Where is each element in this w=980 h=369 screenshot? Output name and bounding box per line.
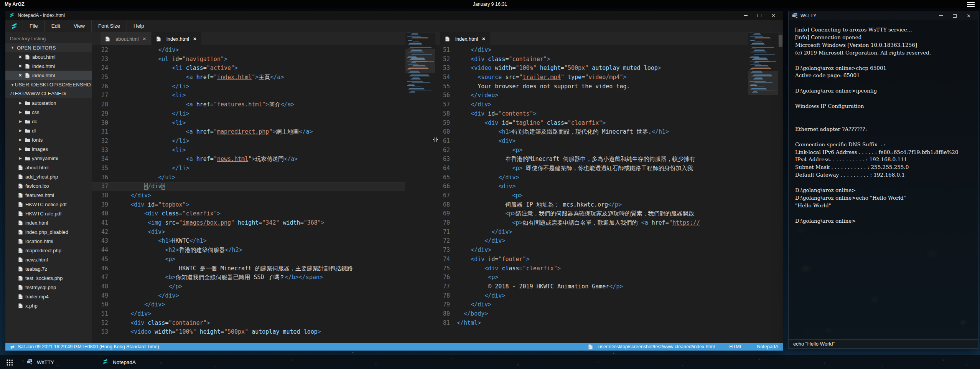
code-line[interactable]: 30 <li> [92,119,405,128]
code-line[interactable]: 53 <video width="100%" height="500px" au… [92,328,405,337]
terminal-output[interactable]: [info] Conencting to arozos WsTTY servic… [789,20,978,339]
code-line[interactable]: 28 <a href="features.html">簡介</a> [92,100,405,109]
minimize-icon[interactable] [939,15,943,16]
code-line[interactable]: 57 </div> [435,100,748,109]
code-line[interactable]: 76 <p> [435,273,748,282]
code-line[interactable]: 38 </div> [92,191,405,200]
code-line[interactable]: 70 <p>如有問題或需要申請白名單，歡迎加入我們的 <a href="http… [435,218,748,228]
app-launcher-grid-icon[interactable] [6,359,13,366]
code-line[interactable]: 39 <div id="topbox"> [92,200,405,210]
tab-about-html[interactable]: about.html ✕ [100,32,151,45]
tab-index-html-right[interactable]: index.html ✕ [440,32,490,45]
code-line[interactable]: 29 </li> [92,109,405,119]
code-line[interactable]: 34 <a href="news.html">玩家傳送門</a> [92,155,405,164]
tree-folder[interactable]: ▶ dl [5,126,92,135]
code-line[interactable]: 63 在香港的Minecraft 伺服器中，多為小遊戲和純生存的伺服器，較少擁有 [435,155,748,164]
code-line[interactable]: 62 <p> [435,146,748,155]
code-line[interactable]: 75 <div class="clearfix"> [435,264,748,273]
code-editor-left[interactable]: 22 </div>23 <ul id="navigation">24 <li c… [92,46,405,343]
code-line[interactable]: 54 <source src="trailer.mp4" type="video… [435,73,748,82]
wstty-titlebar[interactable]: WsTTY ✕ [789,11,978,20]
tree-folder[interactable]: ▶ css [5,108,92,117]
close-icon[interactable]: ✕ [18,73,25,78]
terminal-input[interactable]: echo "Hello World" [789,339,978,348]
open-editor-item[interactable]: ✕ about.html [5,52,92,61]
code-line[interactable]: 52 <div class="container"> [92,319,405,328]
code-line[interactable]: 36 </ul> [92,173,405,182]
code-line[interactable]: 74 <div id="footer"> [435,255,748,264]
tree-folder[interactable]: ▶ yamiyamimi [5,154,92,163]
menu-help[interactable]: Help [127,20,151,32]
code-line[interactable]: 47 <b>你知道我們全線伺服器已轉用 SSD 了嗎？</b></span> [92,273,405,282]
code-line[interactable]: 49 </div> [92,291,405,301]
code-line[interactable]: 65 </div> [435,173,748,182]
tree-root-header[interactable]: ▼ USER:/DESKTOP/SCREENSHOT /TEST/WWW CLE… [5,80,92,98]
tree-file[interactable]: index.php_disabled [5,227,92,237]
code-line[interactable]: 33 <li> [92,146,405,155]
tree-file[interactable]: trailer.mp4 [5,292,92,301]
code-line[interactable]: 77 © 2018 - 2019 HKWTC Animation Gamer</… [435,282,748,291]
tree-file[interactable]: favicon.ico [5,181,92,190]
close-icon[interactable]: ✕ [967,13,971,18]
tree-file[interactable]: features.html [5,190,92,200]
code-line[interactable]: 46 HKWTC 是一個 Minecraft 的建築伺服器，主要建築計劃包括鐵路 [92,264,405,273]
code-line[interactable]: 50 </div> [92,300,405,309]
tab-close-icon[interactable]: ✕ [143,36,146,41]
tree-file[interactable]: index.html [5,218,92,227]
tree-folder[interactable]: ▶ images [5,144,92,154]
maximize-icon[interactable] [953,14,957,18]
menu-edit[interactable]: Edit [45,20,67,32]
hamburger-menu-icon[interactable] [967,2,975,8]
code-line[interactable]: 79 </div> [435,300,748,309]
code-line[interactable]: 78 </div> [435,291,748,301]
taskbar-item-wstty[interactable]: WsTTY [27,355,54,369]
tree-file[interactable]: news.html [5,255,92,264]
tree-file[interactable]: location.html [5,237,92,246]
open-editors-section[interactable]: ▼ OPEN EDITORS [5,43,92,52]
code-line[interactable]: 66 <div> [435,182,748,191]
code-line[interactable]: 73 </div> [435,246,748,255]
minimap-left[interactable] [405,33,435,343]
tree-file[interactable]: testmysql.php [5,283,92,292]
taskbar-item-notepada[interactable]: NotepadA [102,355,136,369]
code-editor-right[interactable]: 51 </div>52 <div class="container">53 <v… [435,46,748,343]
code-line[interactable]: 58 <div id="contents"> [435,109,748,119]
tree-file[interactable]: HKWTC rule.pdf [5,209,92,218]
code-line[interactable]: 35 </li> [92,164,405,173]
code-line[interactable]: 32 </li> [92,137,405,146]
status-file-path[interactable]: user:/Desktop/screenshot/test/www cleane… [598,344,715,349]
code-line[interactable]: 48 </p> [92,282,405,291]
tree-file[interactable]: teabag.7z [5,264,92,273]
tree-file[interactable]: x.php [5,301,92,310]
minimize-icon[interactable] [744,15,748,16]
tree-file[interactable]: add_vhost.php [5,172,92,181]
code-line[interactable]: 43 <h1>HKWTC</h1> [92,237,405,246]
code-line[interactable]: 40 <div class="clearfix"> [92,209,405,218]
code-line[interactable]: 55 Your browser does not support the vid… [435,82,748,91]
code-line[interactable]: 60 <h1>特別為建築及鐵路而設，現代化的 Minecraft 世界.</h1… [435,127,748,137]
tree-folder[interactable]: ▶ dc [5,117,92,126]
close-icon[interactable]: ✕ [771,13,776,18]
maximize-icon[interactable] [758,14,761,17]
tree-folder[interactable]: ▶ autostation [5,98,92,108]
scrollbar[interactable] [778,32,783,343]
code-line[interactable]: 24 <li class="active"> [92,64,405,73]
code-line[interactable]: 37 </div> [92,182,405,191]
code-line[interactable]: 31 <a href="mapredirect.php">網上地圖</a> [92,127,405,137]
scrollbar-thumb[interactable] [779,35,782,47]
tab-index-html[interactable]: index.html ✕ [152,32,201,45]
code-line[interactable]: 41 <img src="images/box.png" height="342… [92,218,405,228]
code-line[interactable]: 26 </li> [92,82,405,91]
code-line[interactable]: 69 <p>請注意，我們的伺服器為確保玩家及遊玩時的質素，我們對的服器開啟 [435,209,748,218]
tree-file[interactable]: mapredirect.php [5,246,92,255]
code-line[interactable]: 42 <div> [92,228,405,237]
code-line[interactable]: 68 伺服器 IP 地址為： mcs.hkwtc.org</p> [435,200,748,210]
code-line[interactable]: 51 </div> [435,46,748,55]
open-editor-item[interactable]: ✕ index.html [5,61,92,71]
tree-file[interactable]: HKWTC notice.pdf [5,200,92,209]
minimap-right[interactable] [748,33,778,343]
code-line[interactable]: 25 <a href="index.html">主頁</a> [92,73,405,82]
code-line[interactable]: 52 <div class="container"> [435,55,748,64]
close-icon[interactable]: ✕ [18,64,25,69]
code-line[interactable]: 64 <p> 即使你不是建築師，你也能透過紅石師或鐵路工程師的身份加入我 [435,164,748,173]
